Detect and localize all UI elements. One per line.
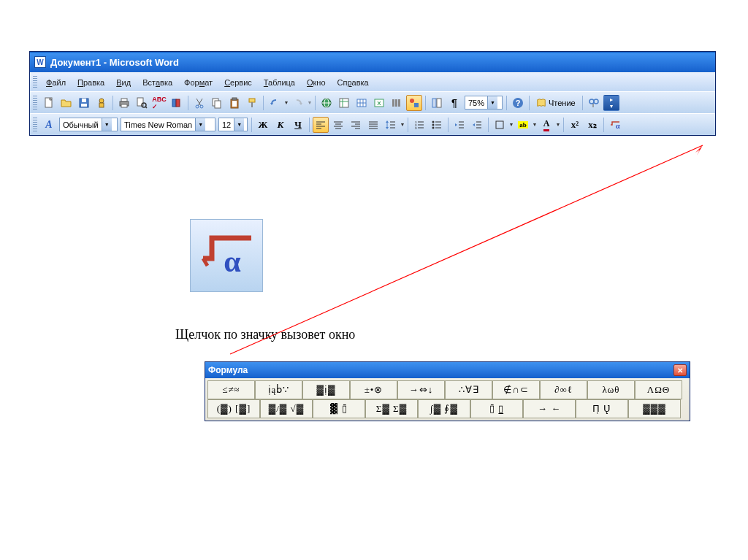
align-right-button[interactable] [348,117,364,133]
labeled-arrow-button[interactable]: → ← [523,399,576,418]
borders-dropdown[interactable]: ▼ [508,117,514,133]
integral-templates-button[interactable]: ∫▓ ∮▓ [418,399,470,418]
open-button[interactable] [58,95,75,111]
line-spacing-button[interactable] [383,117,399,133]
menu-format[interactable]: Формат [178,76,218,89]
svg-rect-41 [414,103,419,107]
copy-button[interactable] [209,95,225,111]
style-combo[interactable]: Обычный▼ [59,118,118,131]
menu-insert[interactable]: Вставка [137,76,178,89]
svg-rect-21 [232,101,237,107]
formula-titlebar[interactable]: Формула ✕ [205,362,690,378]
menu-window[interactable]: Окно [301,76,332,89]
zoom-combo[interactable]: 75%▼ [465,96,503,110]
cut-button[interactable] [191,95,207,111]
italic-button[interactable]: К [272,117,289,133]
equation-editor-button[interactable]: α [607,117,623,133]
arrow-symbols-button[interactable]: →⇔↓ [397,380,445,399]
fraction-radical-button[interactable]: ▓/▓ √▓ [260,399,313,418]
operator-symbols-button[interactable]: ±•⊗ [350,380,397,399]
logical-symbols-button[interactable]: ∴∀∃ [445,380,492,399]
read-mode-button[interactable]: Чтение [533,95,579,111]
subscript-superscript-button[interactable]: ▓̂ ▯̄ [313,399,365,418]
increase-indent-button[interactable] [469,117,485,133]
svg-line-90 [230,145,703,354]
align-left-button[interactable] [313,117,329,133]
help-button[interactable]: ? [510,95,526,111]
separator [582,96,583,110]
font-color-button[interactable]: A [538,117,554,133]
fence-templates-button[interactable]: (▓) [▓] [207,399,260,418]
summation-templates-button[interactable]: Σ▓ Σ▓ [365,399,418,418]
spell-check-button[interactable]: ABC✓ [151,95,167,111]
columns-button[interactable] [389,95,405,111]
menu-tools[interactable]: Сервис [218,76,258,89]
save-button[interactable] [76,95,92,111]
highlight-dropdown[interactable]: ▼ [532,117,538,133]
matrix-templates-button[interactable]: ▓▓▓ [628,399,681,418]
format-painter-button[interactable] [244,95,260,111]
hyperlink-button[interactable] [318,95,335,111]
zoom-value: 75% [468,99,484,107]
doc-map-button[interactable] [429,95,445,111]
subscript-button[interactable]: x₂ [584,117,600,133]
insert-excel-button[interactable]: X [371,95,387,111]
set-theory-button[interactable]: ∉∩⊂ [492,380,540,399]
style-value: Обычный [63,120,99,129]
spaces-ellipses-button[interactable]: ịąḃ∵ [255,380,302,399]
align-center-button[interactable] [330,117,346,133]
highlight-button[interactable]: ab [515,117,531,133]
toolbar-grip[interactable] [33,118,37,132]
svg-rect-13 [176,99,180,107]
permission-button[interactable] [94,95,110,111]
menu-edit[interactable]: Правка [72,76,110,89]
drawing-toolbar-button[interactable] [406,95,422,111]
titlebar[interactable]: W Документ1 - Microsoft Word [30,52,715,72]
window-title: Документ1 - Microsoft Word [50,57,179,68]
line-spacing-dropdown[interactable]: ▼ [400,117,405,133]
font-combo[interactable]: Times New Roman▼ [121,118,215,131]
read-mode-label: Чтение [549,99,576,107]
print-preview-button[interactable] [134,95,150,111]
greek-lowercase-button[interactable]: λωθ [587,380,635,399]
insert-table-button[interactable] [354,95,370,111]
paste-button[interactable] [226,95,243,111]
styles-button[interactable]: A [41,117,57,133]
new-document-button[interactable] [41,95,57,111]
numbering-button[interactable]: 123 [411,117,427,133]
bold-button[interactable]: Ж [255,117,271,133]
redo-button[interactable] [290,95,306,111]
misc-symbols-button[interactable]: ∂∞ℓ [540,380,587,399]
toolbar-grip[interactable] [33,76,37,89]
menu-table[interactable]: Таблица [258,76,301,89]
borders-button[interactable] [492,117,508,133]
formula-toolbar-window[interactable]: Формула ✕ ≤≠≈ ịąḃ∵ ▓ị▓ ±•⊗ →⇔↓ ∴∀∃ ∉∩⊂ ∂… [205,361,690,421]
bullets-button[interactable] [429,117,445,133]
justify-button[interactable] [365,117,381,133]
superscript-button[interactable]: x² [567,117,583,133]
menu-view[interactable]: Вид [110,76,137,89]
embellishments-button[interactable]: ▓ị▓ [302,380,350,399]
font-size-combo[interactable]: 12▼ [218,118,248,131]
menu-help[interactable]: Справка [332,76,375,89]
font-color-dropdown[interactable]: ▼ [555,117,561,133]
overbar-underbar-button[interactable]: ▯̄ ▯̲ [470,399,523,418]
undo-dropdown[interactable]: ▼ [283,95,289,111]
menu-file[interactable]: Файл [40,76,72,89]
show-paragraph-button[interactable]: ¶ [446,95,462,111]
toolbar-options-button[interactable]: ▸▾ [603,95,619,111]
relational-symbols-button[interactable]: ≤≠≈ [207,380,255,399]
formula-title-text: Формула [208,365,248,375]
research-button[interactable] [169,95,185,111]
product-templates-button[interactable]: Π̣ Ų̇ [576,399,628,418]
toolbar-grip[interactable] [33,96,37,110]
undo-button[interactable] [267,95,283,111]
tables-borders-button[interactable] [336,95,352,111]
underline-button[interactable]: Ч [290,117,306,133]
decrease-indent-button[interactable] [451,117,468,133]
greek-uppercase-button[interactable]: ΛΩΘ [635,380,682,399]
print-button[interactable] [116,95,132,111]
close-button[interactable]: ✕ [673,364,687,376]
redo-dropdown[interactable]: ▼ [307,95,313,111]
find-button[interactable] [586,95,602,111]
